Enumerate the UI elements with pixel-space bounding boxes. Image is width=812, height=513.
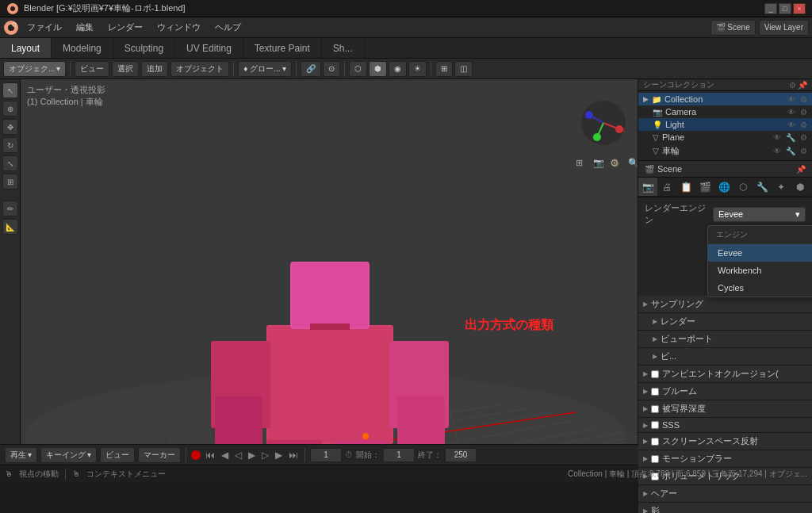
eye-icon-collection[interactable]: 👁	[787, 95, 795, 104]
proportional-btn[interactable]: ⊙	[323, 61, 340, 77]
bloom-checkbox[interactable]	[651, 388, 659, 396]
rotate-tool[interactable]: ↻	[2, 137, 18, 153]
dropdown-eevee[interactable]: Eevee	[708, 244, 812, 262]
world-props-icon[interactable]: 🌐	[714, 178, 733, 197]
eye-icon-light[interactable]: 👁	[787, 121, 795, 129]
render-icon-wheel[interactable]: ⚙	[800, 147, 807, 155]
view-menu[interactable]: ビュー	[100, 447, 135, 463]
material-props-icon[interactable]: ⬢	[791, 178, 810, 197]
menu-render[interactable]: レンダー	[102, 20, 149, 35]
hair-section[interactable]: ▶ ヘアー	[638, 485, 812, 503]
shadow-section[interactable]: ▶ 影	[638, 503, 812, 513]
light-item[interactable]: 💡 Light 👁 ⚙	[638, 118, 812, 131]
view-btn[interactable]: ビュー	[75, 61, 109, 77]
xray-btn[interactable]: ◫	[454, 61, 473, 77]
pin-props-icon[interactable]: 📌	[796, 165, 806, 174]
view-layer-props-icon[interactable]: 📋	[676, 178, 695, 197]
render-icon-plane[interactable]: ⚙	[800, 133, 807, 142]
tab-sh[interactable]: Sh...	[322, 38, 365, 58]
render-icon-light[interactable]: ⚙	[800, 121, 807, 129]
add-btn[interactable]: 追加	[141, 61, 168, 77]
record-button[interactable]	[191, 450, 201, 460]
ambient-occlusion-section[interactable]: ▶ アンビエントオクルージョン(	[638, 366, 812, 383]
ssr-checkbox[interactable]	[651, 438, 659, 446]
tab-uv-editing[interactable]: UV Editing	[175, 38, 243, 58]
minimize-button[interactable]: _	[764, 3, 777, 14]
close-button[interactable]: ×	[793, 3, 806, 14]
pin-icon[interactable]: 📌	[798, 81, 807, 90]
tab-texture-paint[interactable]: Texture Paint	[243, 38, 322, 58]
dropdown-workbench[interactable]: Workbench	[708, 262, 812, 279]
output-props-icon[interactable]: 🖨	[657, 178, 676, 197]
scene-selector[interactable]: 🎬 Scene	[710, 20, 755, 36]
ao-checkbox[interactable]	[651, 370, 659, 378]
prev-frame-button[interactable]: ◀	[220, 450, 230, 461]
render-sub-header[interactable]: ▶ レンダー	[638, 313, 812, 331]
next-frame-button[interactable]: ▶	[274, 450, 284, 461]
view-sub-header[interactable]: ▶ ビ...	[638, 348, 812, 366]
rendered-btn[interactable]: ☀	[408, 61, 427, 77]
menu-file[interactable]: ファイル	[21, 20, 68, 35]
object-btn[interactable]: オブジェクト	[170, 61, 229, 77]
scene-props-icon[interactable]: 🎬	[695, 178, 714, 197]
menu-window[interactable]: ウィンドウ	[151, 20, 207, 35]
maximize-button[interactable]: □	[779, 3, 791, 14]
jump-end-button[interactable]: ⏭	[287, 450, 300, 461]
view-layer-selector[interactable]: View Layer	[759, 20, 809, 36]
render-engine-dropdown[interactable]: Eevee ▾ エンジン Eevee Workbench Cycles	[713, 207, 806, 222]
annotate-tool[interactable]: ✏	[2, 201, 18, 216]
viewport-sub-header[interactable]: ▶ ビューポート	[638, 331, 812, 348]
menu-edit[interactable]: 編集	[70, 20, 100, 35]
mb-checkbox[interactable]	[651, 455, 659, 463]
next-keyframe-button[interactable]: ▷	[260, 450, 270, 461]
move-tool[interactable]: ✥	[2, 119, 18, 135]
tab-modeling[interactable]: Modeling	[52, 38, 113, 58]
render-icon-collection[interactable]: ⚙	[800, 95, 807, 104]
eye-icon-wheel[interactable]: 👁	[773, 147, 781, 155]
scale-tool[interactable]: ⤡	[2, 155, 18, 171]
marker-menu[interactable]: マーカー	[138, 447, 181, 463]
menu-help[interactable]: ヘルプ	[209, 20, 247, 35]
global-local-btn[interactable]: ♦ グロー... ▾	[238, 61, 291, 77]
object-mode-button[interactable]: オブジェク... ▾	[3, 61, 66, 77]
tab-sculpting[interactable]: Sculpting	[113, 38, 175, 58]
overlay-btn[interactable]: ⊞	[435, 61, 453, 77]
render-props-icon[interactable]: 📷	[638, 178, 657, 197]
measure-tool[interactable]: 📐	[2, 219, 18, 235]
tab-layout[interactable]: Layout	[0, 38, 52, 58]
eye-icon-plane[interactable]: 👁	[773, 133, 781, 142]
material-btn[interactable]: ◉	[389, 61, 407, 77]
wheel-item[interactable]: ▽ 車輪 👁 🔧 ⚙	[638, 144, 812, 159]
sss-checkbox[interactable]	[651, 421, 659, 429]
playback-menu[interactable]: 再生 ▾	[5, 447, 37, 463]
select-tool[interactable]: ↖	[2, 82, 18, 98]
plane-item[interactable]: ▽ Plane 👁 🔧 ⚙	[638, 131, 812, 144]
eye-icon-camera[interactable]: 👁	[787, 108, 795, 117]
prev-keyframe-button[interactable]: ◁	[233, 450, 243, 461]
sampling-header[interactable]: ▶ サンプリング	[638, 296, 812, 313]
ssr-section[interactable]: ▶ スクリーンスペース反射	[638, 433, 812, 450]
object-props-icon[interactable]: ⬡	[733, 178, 753, 197]
frame-end-input[interactable]	[445, 448, 477, 462]
dof-section[interactable]: ▶ 被写界深度	[638, 400, 812, 418]
particles-props-icon[interactable]: ✦	[772, 178, 791, 197]
collection-item[interactable]: ▶ 📁 Collection 👁 ⚙	[638, 93, 812, 105]
bloom-section[interactable]: ▶ ブルーム	[638, 383, 812, 400]
frame-start-input[interactable]	[383, 448, 415, 462]
dropdown-cycles[interactable]: Cycles	[708, 279, 812, 297]
dof-checkbox[interactable]	[651, 405, 659, 413]
cursor-tool[interactable]: ⊕	[2, 101, 18, 117]
solid-btn[interactable]: ⬢	[369, 61, 387, 77]
filter-icon[interactable]: ⚙	[789, 81, 796, 90]
play-button[interactable]: ▶	[247, 450, 257, 461]
keying-menu[interactable]: キーイング ▾	[40, 447, 97, 463]
jump-start-button[interactable]: ⏮	[204, 450, 216, 461]
frame-current-input[interactable]	[310, 448, 342, 462]
modifier-props-icon[interactable]: 🔧	[753, 178, 772, 197]
sss-section[interactable]: ▶ SSS	[638, 418, 812, 433]
snap-btn[interactable]: 🔗	[301, 61, 321, 77]
motion-blur-section[interactable]: ▶ モーションブラー	[638, 450, 812, 468]
wireframe-btn[interactable]: ⬡	[349, 61, 367, 77]
select-btn[interactable]: 選択	[112, 61, 139, 77]
camera-item[interactable]: 📷 Camera 👁 ⚙	[638, 105, 812, 118]
